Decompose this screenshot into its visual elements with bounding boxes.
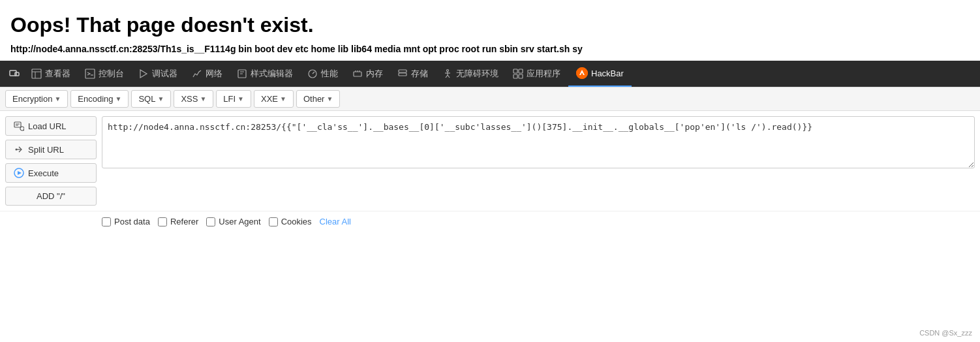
hackbar-buttons: Load URL Split URL xyxy=(5,116,97,206)
tab-console[interactable]: 控制台 xyxy=(78,61,130,87)
user-agent-checkbox[interactable] xyxy=(206,217,215,226)
svg-line-12 xyxy=(313,72,314,74)
tab-debugger-label: 调试器 xyxy=(152,68,177,80)
svg-rect-25 xyxy=(519,69,523,73)
tab-hackbar-label: HackBar xyxy=(591,69,624,78)
tab-inspector-label: 查看器 xyxy=(45,68,70,80)
menu-lfi[interactable]: LFI ▼ xyxy=(216,90,251,108)
referer-checkbox-item[interactable]: Referer xyxy=(158,217,198,226)
hackbar-icon xyxy=(576,67,588,79)
split-url-label: Split URL xyxy=(28,145,64,155)
execute-label: Execute xyxy=(28,168,59,178)
svg-rect-18 xyxy=(399,73,406,76)
sql-chevron-icon: ▼ xyxy=(157,95,164,102)
svg-rect-1 xyxy=(15,72,19,76)
hackbar-body: Load URL Split URL xyxy=(0,111,980,211)
tab-console-label: 控制台 xyxy=(99,68,124,80)
svg-marker-7 xyxy=(140,70,147,78)
referer-checkbox[interactable] xyxy=(158,217,167,226)
svg-rect-13 xyxy=(354,72,361,76)
hackbar-panel: Encryption ▼ Encoding ▼ SQL ▼ XSS ▼ LFI … xyxy=(0,87,980,232)
post-data-checkbox[interactable] xyxy=(102,217,111,226)
top-content: Oops! That page doesn't exist. http://no… xyxy=(0,0,980,61)
xxe-chevron-icon: ▼ xyxy=(280,95,286,102)
svg-rect-2 xyxy=(32,69,41,78)
menu-encryption-label: Encryption xyxy=(12,94,52,104)
xss-chevron-icon: ▼ xyxy=(200,95,206,102)
user-agent-label: User Agent xyxy=(219,217,260,226)
page-title: Oops! That page doesn't exist. xyxy=(10,13,970,37)
tab-storage-label: 存储 xyxy=(411,68,428,80)
menu-xss[interactable]: XSS ▼ xyxy=(174,90,213,108)
tab-memory[interactable]: 内存 xyxy=(346,61,390,87)
load-url-label: Load URL xyxy=(28,121,67,131)
menu-other[interactable]: Other ▼ xyxy=(296,90,340,108)
add-slash-label: ADD "/" xyxy=(37,191,65,201)
svg-line-22 xyxy=(446,75,448,78)
post-data-label: Post data xyxy=(114,217,150,226)
post-data-checkbox-item[interactable]: Post data xyxy=(102,217,150,226)
tab-style-editor[interactable]: 样式编辑器 xyxy=(230,61,299,87)
menu-xxe[interactable]: XXE ▼ xyxy=(254,90,294,108)
referer-label: Referer xyxy=(170,217,198,226)
menu-xss-label: XSS xyxy=(181,94,198,104)
tab-performance-label: 性能 xyxy=(321,68,338,80)
split-url-button[interactable]: Split URL xyxy=(5,140,97,159)
split-url-icon xyxy=(14,144,24,155)
menu-other-label: Other xyxy=(303,94,325,104)
page-url: http://node4.anna.nssctf.cn:28253/Th1s_i… xyxy=(10,44,970,54)
tab-inspector[interactable]: 查看器 xyxy=(25,61,77,87)
tab-style-editor-label: 样式编辑器 xyxy=(251,68,293,80)
menu-encryption[interactable]: Encryption ▼ xyxy=(5,90,68,108)
url-area xyxy=(102,116,975,170)
tab-performance[interactable]: 性能 xyxy=(301,61,345,87)
hackbar-bottom: Post data Referer User Agent Cookies Cle… xyxy=(0,211,980,232)
svg-point-34 xyxy=(16,149,18,151)
devtools-bar: 查看器 控制台 调试器 网络 样式编辑器 性能 xyxy=(0,61,980,87)
tab-network-label: 网络 xyxy=(206,68,222,80)
user-agent-checkbox-item[interactable]: User Agent xyxy=(206,217,260,226)
svg-rect-27 xyxy=(519,74,523,78)
svg-rect-24 xyxy=(513,69,517,73)
svg-rect-17 xyxy=(399,70,406,72)
svg-line-23 xyxy=(448,75,450,78)
add-slash-button[interactable]: ADD "/" xyxy=(5,187,97,206)
svg-point-19 xyxy=(447,70,449,72)
devtools-responsive-icon[interactable] xyxy=(5,65,23,83)
tab-network[interactable]: 网络 xyxy=(185,61,229,87)
hackbar-menu: Encryption ▼ Encoding ▼ SQL ▼ XSS ▼ LFI … xyxy=(0,87,980,111)
cookies-checkbox[interactable] xyxy=(269,217,278,226)
menu-sql[interactable]: SQL ▼ xyxy=(131,90,171,108)
svg-rect-26 xyxy=(513,74,517,78)
tab-accessibility[interactable]: 无障碍环境 xyxy=(436,61,505,87)
menu-sql-label: SQL xyxy=(138,94,155,104)
tab-application-label: 应用程序 xyxy=(527,68,560,80)
tab-storage[interactable]: 存储 xyxy=(391,61,435,87)
load-url-icon xyxy=(14,121,24,131)
menu-encoding[interactable]: Encoding ▼ xyxy=(70,90,129,108)
svg-marker-36 xyxy=(18,171,22,175)
svg-line-33 xyxy=(23,130,24,131)
tab-debugger[interactable]: 调试器 xyxy=(132,61,184,87)
execute-icon xyxy=(14,168,24,178)
url-input[interactable] xyxy=(102,116,975,168)
clear-all-button[interactable]: Clear All xyxy=(320,217,351,226)
execute-button[interactable]: Execute xyxy=(5,163,97,183)
encoding-chevron-icon: ▼ xyxy=(115,95,122,102)
tab-application[interactable]: 应用程序 xyxy=(506,61,567,87)
menu-xxe-label: XXE xyxy=(261,94,278,104)
menu-lfi-label: LFI xyxy=(223,94,236,104)
encryption-chevron-icon: ▼ xyxy=(54,95,61,102)
cookies-label: Cookies xyxy=(281,217,312,226)
tab-accessibility-label: 无障碍环境 xyxy=(456,68,498,80)
lfi-chevron-icon: ▼ xyxy=(237,95,244,102)
cookies-checkbox-item[interactable]: Cookies xyxy=(269,217,312,226)
load-url-button[interactable]: Load URL xyxy=(5,116,97,136)
tab-memory-label: 内存 xyxy=(366,68,383,80)
tab-hackbar[interactable]: HackBar xyxy=(568,61,632,87)
svg-rect-29 xyxy=(14,122,21,127)
svg-point-28 xyxy=(576,67,588,79)
other-chevron-icon: ▼ xyxy=(326,95,333,102)
menu-encoding-label: Encoding xyxy=(78,94,113,104)
